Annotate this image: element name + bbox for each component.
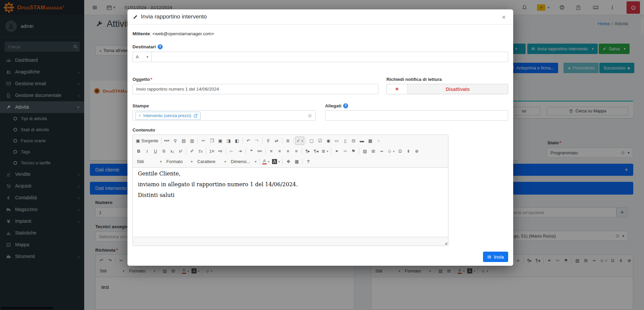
editor-cut-button[interactable]: ✂ [199,137,208,145]
resize-handle-icon[interactable]: ◢ [444,241,447,245]
paste-word-icon: ◧ [235,139,239,143]
editor-copy-formatting-button[interactable]: ✐ [188,147,196,155]
align-center-icon: ≡ [278,149,281,153]
destinatari-label: Destinatari? [132,44,508,49]
editor-indent-button[interactable]: ⇥ [236,147,244,155]
editor-special-char-button[interactable]: Ω [396,147,404,155]
editor-table-button[interactable]: ⊞ [369,147,377,155]
destinatari-input[interactable] [152,52,508,62]
editor-font-size-select[interactable]: Dimensi...▾ [228,157,258,166]
editor-align-center-button[interactable]: ≡ [275,147,284,155]
align-right-icon: ≡ [287,149,289,153]
toolbar-separator [198,138,198,144]
editor-bidi-ltr-button[interactable]: ¶▸ [304,147,312,155]
editor-iframe-button[interactable]: ⊕ [413,147,421,155]
editor-content[interactable]: Gentile Cliente,inviamo in allegato il r… [133,168,448,237]
tag-remove-icon[interactable]: × [139,113,141,118]
editor-anchor-button[interactable]: ⚑ [349,147,358,155]
editor-strike-button[interactable]: S [160,147,168,155]
editor-image-button[interactable]: ▨ [361,147,369,155]
editor-text-field-button[interactable]: ▭ [332,137,341,145]
editor-outdent-button[interactable]: ⇤ [227,147,236,155]
editor-print-button[interactable]: ▤ [179,137,188,145]
editor-radio-button[interactable]: ◉ [324,137,332,145]
editor-paste-text-button[interactable]: ◨ [224,137,233,145]
editor-align-right-button[interactable]: ≡ [284,147,292,155]
editor-select-all-button[interactable]: ≣ [284,137,292,145]
editor-unlink-button[interactable]: ⚮ [341,147,349,155]
editor-source-button[interactable]: ▣Sorgente [135,137,160,145]
editor-templates-button[interactable]: ▥ [188,137,196,145]
notifica-toggle[interactable]: ✖ Disattivato [386,84,508,94]
toolbar-separator [282,138,282,144]
button-field-icon: ▬ [360,139,364,143]
oggetto-field: Oggetto* [132,77,378,94]
toolbar-separator [246,148,246,154]
editor-font-select[interactable]: Carattere▾ [195,157,228,166]
editor-show-blocks-button[interactable]: ▦ [292,157,301,166]
editor-align-left-button[interactable]: ≡ [267,147,275,155]
oggetto-input[interactable] [132,84,378,94]
copy-formatting-icon: ✐ [190,149,194,153]
help-icon[interactable]: ? [158,44,163,49]
editor-format-select[interactable]: Formato▾ [164,157,195,166]
editor-align-justify-button[interactable]: ≡ [292,147,301,155]
subscript-icon: x₂ [170,149,174,153]
editor-hidden-field-button[interactable]: ▫ [374,137,383,145]
editor-div-container-button[interactable]: DIV [256,147,264,155]
editor-bulleted-list-button[interactable]: •≡ [216,147,224,155]
editor-blockquote-button[interactable]: ❝ [247,147,256,155]
stampe-tag[interactable]: × Intervento (senza prezzi) [136,112,201,120]
editor-spellcheck-button[interactable]: ✓▾ [295,137,304,145]
editor-textarea-button[interactable]: ▯ [341,137,349,145]
editor-about-button[interactable]: ? [304,157,312,166]
editor-maximize-button[interactable]: ✥ [284,157,292,166]
editor-horizontal-rule-button[interactable]: ━ [377,147,386,155]
toolbar-separator [226,148,226,154]
editor-language-button[interactable]: ≣▾ [320,147,329,155]
editor-styles-select[interactable]: Stili▾ [135,157,164,166]
editor-page-break-button[interactable]: ⇟ [404,147,413,155]
invia-button[interactable]: ✉ Invia [483,252,508,262]
editor-superscript-button[interactable]: x² [176,147,185,155]
stampe-select[interactable]: × Intervento (senza prezzi) ⊗ [132,110,316,121]
close-button[interactable]: × [500,13,508,21]
editor-image-button-button[interactable]: ▩ [366,137,374,145]
editor-italic-button[interactable]: I [143,147,151,155]
editor-export-pdf-button[interactable]: PDF [163,137,171,145]
editor-link-button[interactable]: ⚭ [332,147,341,155]
editor-remove-format-button[interactable]: Tx [196,147,205,155]
undo-icon: ↶ [247,139,250,143]
editor-form-button[interactable]: ▢ [307,137,316,145]
external-link-icon[interactable] [194,114,198,118]
editor-numbered-list-button[interactable]: 1≡ [208,147,216,155]
text-field-icon: ▭ [335,139,339,143]
modal-title: Invia rapportino intervento [141,13,207,20]
allegati-input[interactable] [325,110,508,121]
editor-checkbox-button[interactable]: ☑ [316,137,324,145]
editor-button-field-button[interactable]: ▬ [358,137,366,145]
help-icon[interactable]: ? [343,103,348,108]
editor-copy-button[interactable]: ❐ [208,137,216,145]
editor-bidi-rtl-button[interactable]: ¶◂ [312,147,320,155]
editor-paste-word-button[interactable]: ◧ [233,137,241,145]
clear-icon[interactable]: ⊗ [308,113,312,119]
editor-preview-button[interactable]: ⚲ [171,137,179,145]
editor-bold-button[interactable]: B [135,147,143,155]
editor-replace-button[interactable]: ⇄ [272,137,281,145]
editor-subscript-button[interactable]: x₂ [168,147,176,155]
redo-icon: ↷ [255,139,259,143]
editor-paste-button[interactable]: ▣ [216,137,224,145]
destinatari-type-select[interactable]: A▾ [132,52,152,62]
editor-find-button[interactable]: ⚲ [264,137,272,145]
editor-undo-button[interactable]: ↶ [244,137,253,145]
editor-bg-color-button[interactable]: A▾ [271,157,281,166]
editor-underline-button[interactable]: U [151,147,160,155]
mittente-label: Mittente [132,31,150,36]
div-container-icon: DIV [258,150,262,153]
source-icon: ▣ [136,139,140,143]
editor-smiley-button[interactable]: ☺▾ [386,147,396,155]
editor-redo-button[interactable]: ↷ [253,137,261,145]
editor-select-field-button[interactable]: ⊟ [349,137,358,145]
editor-text-color-button[interactable]: A▾ [261,157,271,166]
